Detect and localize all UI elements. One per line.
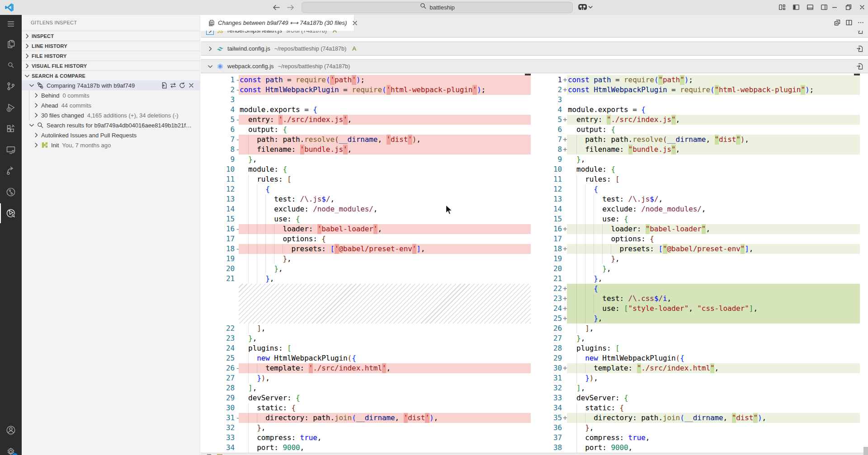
code-text: use: { bbox=[568, 214, 628, 224]
tree-item-init-commit[interactable]: InitYou, 7 months ago bbox=[22, 140, 200, 150]
tree-item-ahead[interactable]: Ahead44 commits bbox=[22, 100, 200, 110]
line-number: 21 bbox=[534, 274, 562, 284]
chevron-down-icon[interactable] bbox=[207, 63, 214, 70]
close-icon[interactable] bbox=[188, 82, 195, 89]
file-header-rendershipshealth-js[interactable]: JSrenderShipsHealth.jssrc/ui (74a187b)A bbox=[201, 31, 868, 38]
line-number: 17 bbox=[534, 234, 562, 244]
section-header-search-compare[interactable]: SEARCH & COMPARE bbox=[22, 70, 200, 80]
line-number: 19 bbox=[534, 254, 562, 264]
forward-arrow-icon[interactable] bbox=[286, 3, 295, 12]
remote-icon bbox=[5, 145, 16, 155]
tab-close-icon[interactable] bbox=[351, 19, 359, 27]
customize-layout-icon[interactable] bbox=[778, 4, 786, 11]
activity-bar-item-menu[interactable] bbox=[0, 14, 22, 34]
line-number: 19 bbox=[201, 254, 235, 264]
more-icon[interactable] bbox=[857, 19, 864, 26]
activity-bar-item-settings[interactable] bbox=[0, 441, 22, 455]
activity-bar-item-source-control[interactable] bbox=[0, 76, 22, 97]
restore-icon[interactable] bbox=[845, 4, 852, 11]
open-changes-icon[interactable] bbox=[160, 82, 168, 89]
line-number: 12 bbox=[534, 184, 562, 194]
code-text: output: { bbox=[568, 125, 615, 135]
code-line-left-34: 34 port: 9000, bbox=[201, 443, 534, 453]
section-header-file-history[interactable]: FILE HISTORY bbox=[22, 51, 200, 61]
code-text: }, bbox=[240, 274, 274, 284]
line-number: 6 bbox=[534, 125, 562, 135]
chevron-down-icon[interactable] bbox=[28, 82, 35, 89]
tree-item-files-changed[interactable]: 30 files changed4,165 additions (+), 34 … bbox=[22, 110, 200, 120]
section-header-inspect[interactable]: INSPECT bbox=[22, 31, 200, 41]
section-header-line-history[interactable]: LINE HISTORY bbox=[22, 41, 200, 51]
activity-bar-item-gitlens[interactable] bbox=[0, 160, 22, 181]
split-editor-icon[interactable] bbox=[845, 19, 853, 26]
toggle-panel-icon[interactable] bbox=[807, 4, 814, 11]
code-line-left-3: 3 bbox=[201, 95, 534, 105]
code-line-left-4: 4module.exports = { bbox=[201, 105, 534, 115]
code-text: compress: true, bbox=[240, 433, 321, 443]
chevron-down-icon[interactable] bbox=[28, 122, 35, 129]
tree-item-search-results[interactable]: Search results for b9af749a4db04016aee81… bbox=[22, 120, 200, 130]
code-line-left-19: 19 }, bbox=[201, 254, 534, 264]
back-arrow-icon[interactable] bbox=[272, 3, 281, 12]
diff-alignment-filler bbox=[239, 284, 531, 324]
chevron-right-icon[interactable] bbox=[33, 131, 40, 139]
toggle-primary-sidebar-icon[interactable] bbox=[793, 4, 800, 11]
swap-comparison-icon[interactable] bbox=[170, 82, 177, 89]
go-to-file-icon[interactable] bbox=[856, 63, 863, 70]
command-center-search[interactable]: battleship bbox=[302, 2, 573, 13]
code-text: { bbox=[568, 284, 598, 294]
added-marker: + bbox=[563, 413, 567, 423]
tree-item-comparing[interactable]: Comparing 74a187b with b9af749 bbox=[22, 80, 200, 90]
activity-bar-item-gitlens-inspect[interactable] bbox=[0, 203, 22, 224]
section-header-visual-file-history[interactable]: VISUAL FILE HISTORY bbox=[22, 61, 200, 70]
toggle-secondary-sidebar-icon[interactable] bbox=[821, 4, 828, 11]
line-number: 5 bbox=[534, 115, 562, 125]
code-text: }, bbox=[240, 264, 283, 274]
chevron-right-icon[interactable] bbox=[33, 92, 40, 99]
file-header-tailwind-config-js[interactable]: tailwind.config.js~/repos/battleship (74… bbox=[201, 42, 868, 56]
tree-item-autolinked[interactable]: Autolinked Issues and Pull Requests bbox=[22, 130, 200, 140]
line-number: 20 bbox=[201, 264, 235, 274]
tab-changes-between[interactable]: Changes between b9af749 ⟷ 74a187b (30 fi… bbox=[201, 15, 354, 31]
copilot-menu[interactable] bbox=[578, 3, 593, 12]
search-query: battleship bbox=[429, 2, 455, 13]
code-text: }, bbox=[568, 155, 585, 164]
diff-pane-modified[interactable]: 1+const path = require("path");2+const H… bbox=[534, 74, 868, 455]
code-text: exclude: /node_modules/, bbox=[568, 204, 706, 214]
activity-bar-item-remote-explorer[interactable] bbox=[0, 140, 22, 160]
diff-pane-original[interactable]: 1-const path = require('path');2-const H… bbox=[201, 74, 534, 455]
tree-item-behind[interactable]: Behind0 commits bbox=[22, 90, 200, 100]
added-marker: + bbox=[563, 314, 567, 324]
code-text: ], bbox=[568, 324, 594, 333]
activity-bar-item-commit-graph[interactable] bbox=[0, 182, 22, 202]
code-line-left-23: 23 }, bbox=[201, 333, 534, 343]
files-icon bbox=[5, 38, 16, 49]
chevron-right-icon[interactable] bbox=[33, 112, 40, 119]
scrollbar-thumb[interactable] bbox=[863, 447, 868, 455]
code-text: }, bbox=[568, 274, 602, 284]
go-to-file-icon[interactable] bbox=[856, 31, 863, 34]
close-icon[interactable] bbox=[859, 4, 866, 11]
chevron-down-icon bbox=[24, 72, 31, 80]
code-line-left-10: 10 module: { bbox=[201, 164, 534, 174]
code-text: new HtmlWebpackPlugin({ bbox=[568, 353, 684, 363]
code-text: }, bbox=[568, 264, 611, 274]
more-icon[interactable] bbox=[187, 19, 194, 27]
refresh-icon[interactable] bbox=[179, 82, 186, 89]
code-line-right-23: 23+ test: /\.css$/i, bbox=[534, 294, 868, 304]
activity-bar-item-search[interactable] bbox=[0, 55, 22, 75]
line-number: 31 bbox=[534, 373, 562, 383]
activity-bar-item-accounts[interactable] bbox=[0, 420, 22, 441]
inline-view-icon[interactable] bbox=[834, 19, 841, 26]
file-header-webpack-config-js[interactable]: webpack.config.js~/repos/battleship (74a… bbox=[201, 59, 868, 73]
chevron-right-icon[interactable] bbox=[33, 141, 40, 149]
code-line-right-1: 1+const path = require("path"); bbox=[534, 75, 868, 85]
chevron-right-icon[interactable] bbox=[207, 45, 214, 52]
code-text: rules: [ bbox=[240, 174, 292, 184]
activity-bar-item-explorer[interactable] bbox=[0, 33, 22, 54]
activity-bar-item-run-debug[interactable] bbox=[0, 97, 22, 118]
minimize-icon[interactable] bbox=[831, 4, 838, 11]
activity-bar-item-extensions[interactable] bbox=[0, 118, 22, 139]
go-to-file-icon[interactable] bbox=[856, 45, 863, 52]
chevron-right-icon[interactable] bbox=[33, 102, 40, 109]
